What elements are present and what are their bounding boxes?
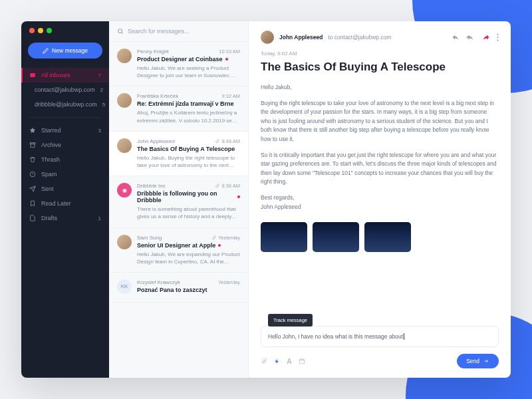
sender-name: Františka Krteček	[137, 93, 178, 99]
message-time: 9:32 AM	[221, 93, 240, 99]
sidebar-item-label: Starred	[41, 127, 93, 134]
svg-point-7	[497, 39, 498, 41]
spam-icon	[29, 171, 36, 178]
sender-name: John Appleseed	[137, 138, 175, 144]
message-item[interactable]: Františka Krteček 9:32 AM Re: Extrémní j…	[109, 86, 248, 131]
message-time: 8:36 AM	[215, 183, 240, 189]
avatar	[117, 93, 132, 108]
message-subject: Poznać Pana to zaszczyt	[137, 287, 240, 293]
cursor	[404, 333, 404, 340]
draft-icon	[29, 215, 36, 221]
message-subject: Dribbble is following you on Dribbble	[137, 190, 240, 203]
sidebar-item-label: Drafts	[41, 215, 93, 221]
avatar: KK	[117, 279, 132, 294]
sidebar-item-archive[interactable]: Archive	[21, 138, 109, 152]
send-button[interactable]: Send	[457, 354, 499, 368]
archive-icon	[29, 142, 36, 148]
forward-icon[interactable]	[482, 33, 490, 41]
attach-icon[interactable]	[261, 358, 267, 364]
sidebar-item-label: Read Later	[41, 200, 101, 207]
sidebar-item-starred[interactable]: Starred 3	[21, 123, 109, 138]
search-icon	[117, 28, 124, 35]
from-name: John Appleseed	[279, 34, 323, 41]
reply-box[interactable]: Hello John, I have no idea what is this …	[261, 326, 499, 347]
mail-paragraph: So it is critically important that you g…	[261, 151, 499, 187]
sidebar-item-sent[interactable]: Sent	[21, 182, 109, 196]
message-item[interactable]: Penny Knight 10:10 AM Product Designer a…	[109, 42, 248, 86]
more-icon[interactable]	[497, 33, 499, 41]
message-item[interactable]: Sam Sung Yesterday Senior UI Designer at…	[109, 228, 248, 273]
count-badge: 1	[98, 215, 101, 221]
sidebar-item-trash[interactable]: Thrash	[21, 152, 109, 167]
attachment-image[interactable]	[261, 222, 307, 252]
message-subject: Senior UI Designer at Apple	[137, 242, 240, 249]
avatar	[117, 235, 132, 249]
count-badge: 5	[102, 102, 105, 108]
message-time: 10:10 AM	[219, 49, 240, 55]
minimize-icon[interactable]	[38, 28, 43, 33]
message-subject: Product Designer at Coinbase	[137, 56, 240, 63]
message-item[interactable]: John Appleseed 8:48 AM The Basics Of Buy…	[109, 132, 248, 176]
pen-icon	[43, 48, 49, 54]
svg-rect-2	[31, 144, 35, 147]
sidebar-item-spam[interactable]: Spam	[21, 167, 109, 182]
arrow-right-icon	[483, 358, 489, 364]
divider	[29, 117, 101, 118]
count-badge: 3	[98, 128, 101, 134]
sidebar-item-label: Sent	[41, 186, 101, 192]
sidebar-item-drafts[interactable]: Drafts 1	[21, 211, 109, 225]
maximize-icon[interactable]	[47, 28, 52, 33]
mail-paragraph: Buying the right telescope to take your …	[261, 99, 499, 144]
track-icon[interactable]	[274, 358, 280, 365]
search-input[interactable]: Search for messages...	[109, 21, 248, 42]
sender-name: Sam Sung	[137, 235, 162, 241]
new-message-button[interactable]: New message	[28, 43, 102, 59]
mail-actions	[452, 33, 499, 41]
inbox-icon	[29, 72, 36, 78]
svg-rect-8	[299, 359, 305, 364]
sidebar-item-label: Spam	[41, 171, 101, 178]
reply-all-icon[interactable]	[466, 33, 475, 41]
calendar-icon[interactable]	[299, 358, 305, 364]
bookmark-icon	[29, 200, 36, 207]
count-badge: 2	[100, 87, 103, 93]
sidebar-item-all-inboxes[interactable]: All inboxes 7	[21, 68, 109, 82]
reply-text: Hello John, I have no idea what is this …	[268, 333, 403, 340]
sent-icon	[29, 186, 36, 192]
sender-name: Krzysief Krawczyk	[137, 279, 180, 285]
message-time: Yesterday	[211, 235, 240, 241]
sender-name: Penny Knight	[137, 49, 169, 55]
trash-icon	[29, 156, 36, 163]
svg-point-6	[497, 37, 498, 38]
message-time: 8:48 AM	[215, 138, 240, 144]
close-icon[interactable]	[29, 28, 35, 33]
attachment-image[interactable]	[313, 222, 359, 252]
message-item[interactable]: ◉ Dribbble Inc 8:36 AM Dribbble is follo…	[109, 176, 248, 227]
sidebar-account-dribbble[interactable]: dribbble@jakubwp.com 5	[21, 97, 109, 112]
message-preview: Hello Jakub, Buying the right telescope …	[137, 154, 240, 169]
message-preview: Ahoj, Prožijte s Kotlárem tento jedinečn…	[137, 109, 240, 124]
attachment-image[interactable]	[364, 222, 411, 252]
avatar: ◉	[117, 183, 132, 198]
message-list: Search for messages... Penny Knight 10:1…	[109, 21, 249, 378]
mail-app: New message All inboxes 7 contact@jakubw…	[21, 21, 511, 378]
sidebar-item-label: Thrash	[41, 156, 101, 163]
mail-date: Today, 6:02 AM	[261, 51, 499, 57]
reply-icon[interactable]	[452, 33, 460, 41]
sidebar-account-contact[interactable]: contact@jakubwp.com 2	[21, 82, 109, 97]
message-preview: There is something about parenthood that…	[137, 205, 240, 220]
sidebar: New message All inboxes 7 contact@jakubw…	[21, 21, 109, 378]
attachments	[261, 222, 499, 252]
message-subject: The Basics Of Buying A Telescope	[137, 146, 240, 152]
new-message-label: New message	[52, 47, 88, 54]
count-badge: 7	[98, 72, 101, 78]
message-item[interactable]: KK Krzysief Krawczyk Yesterday Poznać Pa…	[109, 273, 248, 303]
sidebar-item-label: All inboxes	[41, 72, 93, 78]
mail-greeting: Hello Jakub,	[261, 83, 499, 92]
sidebar-item-label: Archive	[41, 142, 101, 148]
reply-toolbar: A Send	[261, 354, 499, 368]
avatar	[261, 31, 274, 44]
font-icon[interactable]: A	[287, 357, 292, 365]
mail-signoff: Best regards,John Appleseed	[261, 194, 499, 211]
sidebar-item-read-later[interactable]: Read Later	[21, 196, 109, 211]
